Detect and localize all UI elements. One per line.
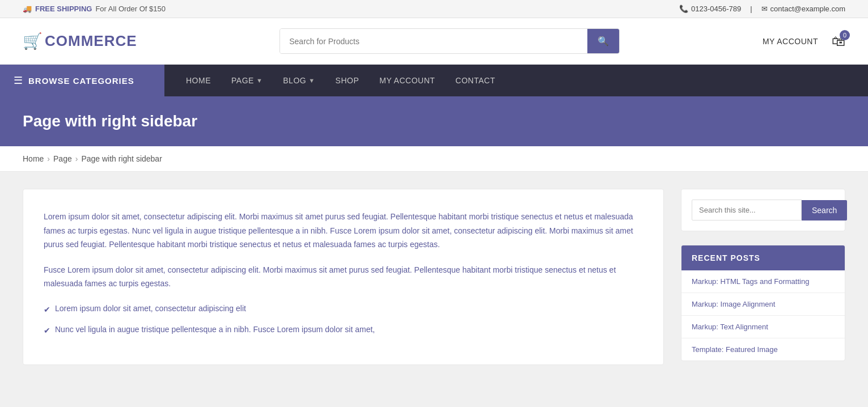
nav-link-my-account[interactable]: MY ACCOUNT	[369, 65, 445, 96]
recent-post-link-1[interactable]: Markup: HTML Tags and Formatting	[681, 270, 845, 292]
recent-post-link-2[interactable]: Markup: Image Alignment	[681, 293, 845, 315]
chevron-down-icon: ▼	[256, 77, 262, 84]
phone-info: 📞 0123-0456-789	[679, 5, 741, 13]
sidebar: Search RECENT POSTS Markup: HTML Tags an…	[681, 189, 845, 361]
sidebar-search-input[interactable]	[692, 200, 802, 221]
search-input[interactable]	[280, 29, 587, 53]
shipping-text: For All Order Of $150	[95, 5, 166, 13]
breadcrumb-sep-1: ›	[47, 154, 50, 163]
hamburger-icon: ☰	[14, 74, 23, 87]
nav-item-page[interactable]: PAGE ▼	[221, 65, 273, 96]
my-account-link[interactable]: MY ACCOUNT	[763, 37, 818, 46]
cart-logo-icon: 🛒	[23, 33, 43, 49]
email-info: ✉ contact@example.com	[761, 5, 845, 13]
list-item[interactable]: Markup: Text Alignment	[681, 316, 845, 338]
nav-menu: HOME PAGE ▼ BLOG ▼ SHOP MY ACCOUNT CONTA…	[164, 65, 516, 96]
nav-link-page[interactable]: PAGE ▼	[221, 65, 273, 96]
list-item-text-1: Lorem ipsum dolor sit amet, consectetur …	[55, 302, 246, 315]
list-item-text-2: Nunc vel ligula in augue tristique pelle…	[55, 323, 375, 336]
check-icon: ✔	[44, 303, 50, 316]
article: Lorem ipsum dolor sit amet, consectetur …	[23, 189, 664, 365]
article-list: ✔ Lorem ipsum dolor sit amet, consectetu…	[44, 302, 643, 337]
cart-button[interactable]: 🛍 0	[832, 33, 845, 49]
divider: |	[750, 5, 752, 13]
logo[interactable]: 🛒 COMMERCE	[23, 32, 137, 50]
main-nav: ☰ BROWSE CATEGORIES HOME PAGE ▼ BLOG ▼ S…	[0, 65, 868, 96]
top-bar-left: 🚚 FREE SHIPPING For All Order Of $150	[23, 5, 166, 13]
phone-icon: 📞	[679, 5, 688, 13]
top-bar: 🚚 FREE SHIPPING For All Order Of $150 📞 …	[0, 0, 868, 18]
browse-categories-button[interactable]: ☰ BROWSE CATEGORIES	[0, 65, 164, 96]
article-paragraph-2: Fusce Lorem ipsum dolor sit amet, consec…	[44, 263, 643, 291]
recent-post-link-4[interactable]: Template: Featured Image	[681, 338, 845, 361]
page-hero: Page with right sidebar	[0, 96, 868, 146]
breadcrumb-page[interactable]: Page	[53, 154, 72, 163]
sidebar-search-widget: Search	[681, 189, 845, 231]
main-content: Lorem ipsum dolor sit amet, consectetur …	[0, 172, 868, 382]
nav-item-home[interactable]: HOME	[176, 65, 221, 96]
nav-item-shop[interactable]: SHOP	[325, 65, 370, 96]
nav-item-my-account[interactable]: MY ACCOUNT	[369, 65, 445, 96]
cart-badge: 0	[840, 30, 850, 40]
breadcrumb-current: Page with right sidebar	[81, 154, 162, 163]
list-item[interactable]: Template: Featured Image	[681, 338, 845, 361]
truck-icon: 🚚	[23, 5, 32, 13]
recent-post-link-3[interactable]: Markup: Text Alignment	[681, 316, 845, 338]
header: 🛒 COMMERCE 🔍 MY ACCOUNT 🛍 0	[0, 18, 868, 65]
check-icon: ✔	[44, 324, 50, 337]
nav-item-blog[interactable]: BLOG ▼	[273, 65, 325, 96]
sidebar-search-button[interactable]: Search	[802, 200, 847, 221]
nav-item-contact[interactable]: CONTACT	[445, 65, 505, 96]
list-item: ✔ Lorem ipsum dolor sit amet, consectetu…	[44, 302, 643, 316]
breadcrumb-sep-2: ›	[75, 154, 78, 163]
free-shipping-label: FREE SHIPPING	[35, 5, 92, 13]
article-paragraph-1: Lorem ipsum dolor sit amet, consectetur …	[44, 210, 643, 252]
categories-label: BROWSE CATEGORIES	[28, 76, 134, 86]
nav-link-home[interactable]: HOME	[176, 65, 221, 96]
list-item[interactable]: Markup: Image Alignment	[681, 293, 845, 316]
nav-link-contact[interactable]: CONTACT	[445, 65, 505, 96]
header-right: MY ACCOUNT 🛍 0	[763, 33, 845, 49]
list-item: ✔ Nunc vel ligula in augue tristique pel…	[44, 323, 643, 337]
email-address: contact@example.com	[770, 5, 845, 13]
recent-posts-header: RECENT POSTS	[681, 245, 845, 270]
breadcrumb-home[interactable]: Home	[23, 154, 44, 163]
search-bar: 🔍	[280, 28, 620, 54]
search-button[interactable]: 🔍	[587, 29, 619, 53]
phone-number: 0123-0456-789	[691, 5, 741, 13]
email-icon: ✉	[761, 5, 768, 13]
search-icon: 🔍	[598, 36, 609, 46]
logo-text: COMMERCE	[45, 32, 137, 50]
recent-posts-widget: RECENT POSTS Markup: HTML Tags and Forma…	[681, 245, 845, 361]
recent-posts-list: Markup: HTML Tags and Formatting Markup:…	[681, 270, 845, 361]
nav-link-shop[interactable]: SHOP	[325, 65, 370, 96]
list-item[interactable]: Markup: HTML Tags and Formatting	[681, 270, 845, 293]
top-bar-right: 📞 0123-0456-789 | ✉ contact@example.com	[679, 5, 845, 13]
nav-link-blog[interactable]: BLOG ▼	[273, 65, 325, 96]
page-title: Page with right sidebar	[23, 112, 845, 130]
breadcrumb: Home › Page › Page with right sidebar	[0, 146, 868, 172]
chevron-down-icon: ▼	[308, 77, 315, 84]
